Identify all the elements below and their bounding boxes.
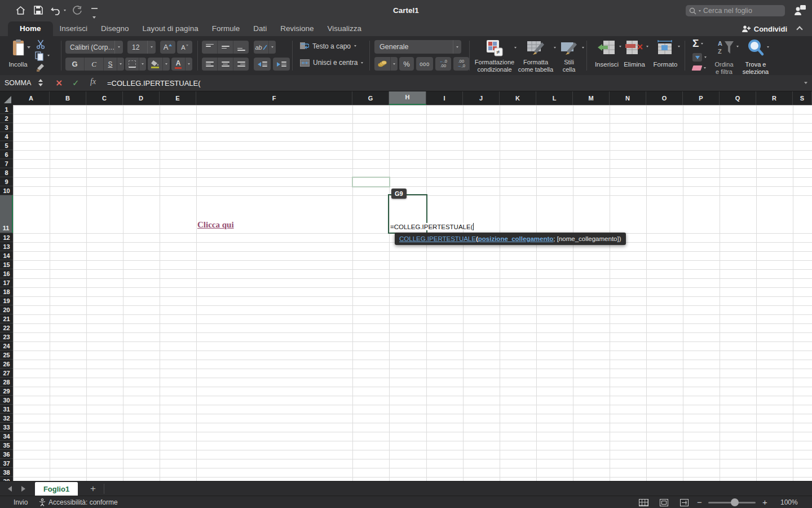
next-sheet-button[interactable]: [21, 486, 25, 492]
row-header-35[interactable]: 35: [0, 441, 13, 450]
italic-button[interactable]: C: [85, 58, 103, 71]
cell-styles-button[interactable]: [553, 39, 585, 58]
row-header-32[interactable]: 32: [0, 414, 13, 423]
align-left-button[interactable]: [202, 58, 217, 71]
percent-button[interactable]: %: [399, 57, 414, 71]
decrease-font-button[interactable]: A: [177, 41, 192, 54]
cancel-button[interactable]: ×: [55, 77, 63, 88]
row-header-15[interactable]: 15: [0, 260, 13, 269]
name-box[interactable]: SOMMA: [5, 75, 36, 91]
wrap-text-button[interactable]: Testo a capo: [300, 42, 356, 50]
row-header-29[interactable]: 29: [0, 387, 13, 396]
spreadsheet[interactable]: Clicca qui =COLLEG.IPERTESTUALE( G9 COLL…: [0, 91, 812, 481]
collapse-ribbon-button[interactable]: [797, 26, 803, 30]
row-header-3[interactable]: 3: [0, 123, 13, 132]
underline-button[interactable]: S: [104, 58, 117, 71]
row-header-16[interactable]: 16: [0, 269, 13, 278]
column-header-S[interactable]: S: [793, 91, 812, 105]
tab-formule[interactable]: Formule: [205, 21, 247, 36]
accounting-chevron[interactable]: [391, 57, 398, 71]
tab-dati[interactable]: Dati: [246, 21, 273, 36]
row-header-26[interactable]: 26: [0, 360, 13, 369]
align-right-button[interactable]: [233, 58, 249, 71]
column-header-K[interactable]: K: [500, 91, 536, 105]
increase-decimal-button[interactable]: ←.0.00: [435, 57, 451, 71]
paste-menu-chevron[interactable]: [27, 46, 30, 49]
name-box-stepper[interactable]: [38, 79, 43, 86]
people-comments-icon[interactable]: [794, 5, 806, 19]
row-header-2[interactable]: 2: [0, 114, 13, 123]
borders-menu-chevron[interactable]: [139, 58, 146, 71]
row-header-38[interactable]: 38: [0, 468, 13, 477]
align-center-button[interactable]: [218, 58, 233, 71]
row-header-33[interactable]: 33: [0, 423, 13, 432]
row-header-39[interactable]: 39: [0, 477, 13, 481]
row-header-11[interactable]: 11: [0, 195, 13, 233]
prev-sheet-button[interactable]: [8, 486, 12, 492]
paste-button[interactable]: [5, 39, 32, 59]
font-name-select[interactable]: Calibri (Corp…: [65, 41, 123, 54]
align-top-button[interactable]: [202, 41, 217, 54]
align-middle-button[interactable]: [218, 41, 233, 54]
hyperlink-cell[interactable]: Clicca qui: [197, 220, 234, 230]
column-header-N[interactable]: N: [610, 91, 646, 105]
sort-filter-button[interactable]: A Z: [713, 39, 739, 58]
accounting-format-button[interactable]: [374, 57, 398, 71]
merge-center-button[interactable]: Unisci e centra: [300, 59, 363, 67]
tab-layout-di-pagina[interactable]: Layout di pagina: [136, 21, 205, 36]
accessibility-status[interactable]: Accessibilità: conforme: [48, 496, 118, 508]
borders-button[interactable]: [125, 58, 146, 71]
column-header-O[interactable]: O: [646, 91, 683, 105]
autosum-button[interactable]: Σ: [692, 37, 703, 50]
row-header-7[interactable]: 7: [0, 159, 13, 168]
column-header-M[interactable]: M: [573, 91, 610, 105]
row-header-5[interactable]: 5: [0, 141, 13, 150]
add-sheet-button[interactable]: +: [86, 481, 100, 496]
column-header-H[interactable]: H: [389, 91, 426, 105]
row-header-24[interactable]: 24: [0, 341, 13, 351]
row-header-10[interactable]: 10: [0, 186, 13, 195]
tab-revisione[interactable]: Revisione: [273, 21, 320, 36]
tab-visualizza[interactable]: Visualizza: [320, 21, 368, 36]
row-header-22[interactable]: 22: [0, 323, 13, 332]
column-header-B[interactable]: B: [50, 91, 86, 105]
clear-button[interactable]: [692, 65, 706, 71]
number-format-select[interactable]: Generale: [374, 40, 461, 54]
column-header-E[interactable]: E: [160, 91, 196, 105]
row-header-17[interactable]: 17: [0, 278, 13, 287]
copy-icon[interactable]: [35, 51, 45, 63]
formula-bar-expand-chevron[interactable]: [804, 82, 807, 84]
row-header-34[interactable]: 34: [0, 432, 13, 441]
row-header-12[interactable]: 12: [0, 233, 13, 242]
decrease-indent-button[interactable]: [254, 58, 271, 71]
increase-indent-button[interactable]: [273, 58, 290, 71]
cut-icon[interactable]: [36, 40, 45, 51]
column-header-R[interactable]: R: [756, 91, 793, 105]
accessibility-icon[interactable]: [38, 498, 46, 508]
font-color-button[interactable]: A: [171, 58, 192, 71]
editing-cell[interactable]: =COLLEG.IPERTESTUALE(: [390, 223, 475, 230]
enter-button[interactable]: ✓: [72, 78, 80, 88]
row-header-31[interactable]: 31: [0, 405, 13, 414]
zoom-in-button[interactable]: +: [762, 496, 767, 508]
orientation-button[interactable]: ab: [254, 41, 276, 54]
row-header-21[interactable]: 21: [0, 314, 13, 323]
insert-cells-button[interactable]: [591, 40, 623, 57]
font-color-chevron[interactable]: [186, 58, 192, 71]
thousands-separator-button[interactable]: 000: [416, 57, 433, 71]
row-header-13[interactable]: 13: [0, 242, 13, 251]
column-header-A[interactable]: A: [13, 91, 50, 105]
sheet-tab-foglio1[interactable]: Foglio1: [35, 482, 78, 496]
row-header-1[interactable]: 1: [0, 105, 13, 114]
fill-button[interactable]: [692, 53, 707, 62]
fill-color-button[interactable]: [148, 58, 170, 71]
orientation-chevron[interactable]: [269, 41, 276, 54]
column-header-L[interactable]: L: [536, 91, 573, 105]
decrease-decimal-button[interactable]: .00→,0: [453, 57, 469, 71]
increase-font-button[interactable]: A: [160, 41, 175, 54]
share-button[interactable]: Condividi: [742, 21, 787, 36]
row-header-19[interactable]: 19: [0, 296, 13, 305]
row-header-23[interactable]: 23: [0, 332, 13, 341]
row-header-37[interactable]: 37: [0, 459, 13, 468]
row-header-6[interactable]: 6: [0, 150, 13, 159]
